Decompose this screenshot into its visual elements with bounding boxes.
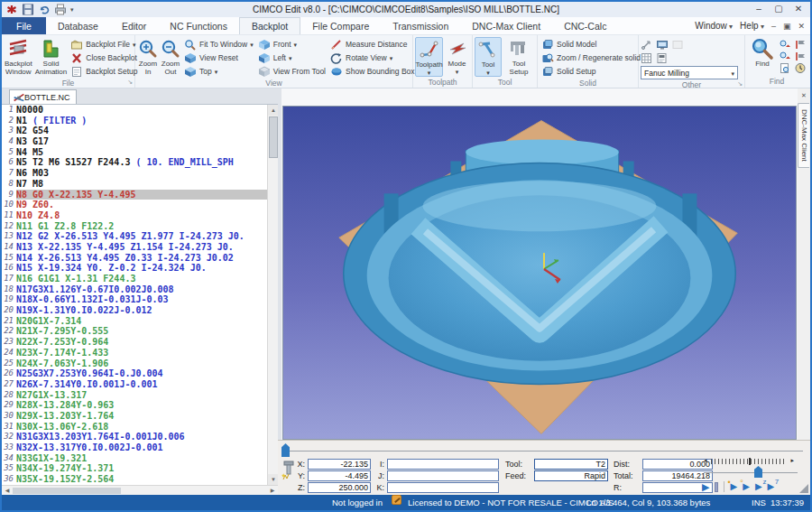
backplot-file-button[interactable]: Backplot File — [69, 38, 139, 51]
close-button[interactable] — [789, 2, 808, 16]
show-bounding-box-button[interactable]: Show Bounding Box — [328, 65, 422, 78]
progress-slider-track[interactable] — [283, 451, 803, 451]
find-previous-icon[interactable] — [779, 38, 791, 50]
pane-close-icon[interactable] — [798, 90, 809, 101]
tab-nc-functions[interactable]: NC Functions — [158, 17, 239, 34]
tab-file-compare[interactable]: File Compare — [300, 17, 381, 34]
zoom-slider-handle[interactable] — [754, 466, 762, 478]
tab-transmission[interactable]: Transmission — [381, 17, 460, 34]
find-next-icon[interactable] — [779, 50, 791, 61]
zoom-in-button[interactable]: Zoom In — [137, 37, 159, 77]
view-top-button[interactable]: Top — [182, 65, 255, 78]
code-line[interactable]: 24N23X-7.174Y-1.433 — [2, 348, 267, 358]
code-line[interactable]: 33N32X-13.317Y0.I0.002J-0.001 — [2, 442, 267, 453]
play-fast-forward-button[interactable] — [768, 481, 775, 492]
rotate-view-button[interactable]: Rotate View — [328, 51, 422, 64]
editor-horizontal-scrollbar[interactable] — [2, 485, 278, 495]
code-line[interactable]: 5N4 M5 — [2, 147, 267, 158]
code-line[interactable]: 27N26X-7.314Y0.I0.001J-0.001 — [2, 379, 267, 390]
login-status[interactable]: Not logged in — [332, 495, 383, 510]
horizontal-scroll-thumb[interactable] — [13, 488, 121, 494]
k-value-field[interactable] — [387, 482, 499, 493]
find-in-files-icon[interactable] — [779, 61, 791, 73]
tab-editor[interactable]: Editor — [110, 17, 158, 34]
code-line[interactable]: 25N24X-7.063Y-1.906 — [2, 358, 267, 369]
code-editor[interactable]: 1N00002N1 ( FILTER )3N2 G544N3 G175N4 M5… — [2, 105, 267, 485]
view-front-dropdown-icon[interactable] — [294, 40, 298, 49]
code-line[interactable]: 14N13 X-22.135 Y-4.495 Z1.154 I-24.273 J… — [2, 242, 267, 253]
solid-model-button[interactable]: Solid Model — [540, 38, 642, 51]
view-top-dropdown-icon[interactable] — [215, 67, 218, 76]
machine-type-select[interactable]: Fanuc Milling — [641, 66, 738, 79]
code-line[interactable]: 20N19X-1.31Y0.I0.022J-0.012 — [2, 305, 267, 316]
tab-dnc-max-client[interactable]: DNC-Max Client — [460, 17, 552, 34]
code-line[interactable]: 23N22X-7.253Y-0.964 — [2, 337, 267, 348]
editor-vertical-scrollbar[interactable] — [267, 105, 278, 485]
code-line[interactable]: 7N6 M03 — [2, 168, 267, 179]
other-group-launcher-icon[interactable] — [737, 79, 743, 88]
zoom-regenerate-solid-button[interactable]: Zoom / Regenerate solid — [540, 51, 642, 64]
code-line[interactable]: 10N9 Z60. — [2, 200, 267, 210]
play-to-toolchange-button[interactable] — [730, 481, 737, 492]
code-line[interactable]: 4N3 G17 — [2, 136, 267, 147]
view-front-button[interactable]: Front — [256, 38, 328, 51]
window-menu[interactable]: Window — [695, 21, 733, 31]
code-line[interactable]: 36N35X-19.152Y-2.564 — [2, 474, 267, 485]
code-line[interactable]: 35N34X-19.274Y-1.371 — [2, 463, 267, 474]
z-value-field[interactable]: 250.000 — [308, 482, 371, 493]
x-value-field[interactable]: -22.135 — [308, 459, 371, 470]
help-menu[interactable]: Help — [740, 21, 764, 31]
tab-database[interactable]: Database — [46, 17, 110, 34]
code-line[interactable]: 8N7 M8 — [2, 179, 267, 190]
tool-dropdown-icon[interactable] — [486, 69, 490, 75]
fit-to-window-dropdown-icon[interactable] — [250, 40, 254, 49]
code-line[interactable]: 26N25G3X7.253Y0.964I-0.J0.004 — [2, 368, 267, 379]
j-value-field[interactable] — [387, 470, 499, 481]
backplot-window-button[interactable]: Backplot Window — [4, 37, 33, 77]
pause-button[interactable] — [715, 482, 718, 492]
doc-close-icon[interactable] — [798, 22, 805, 31]
code-line[interactable]: 17N16 G1G1 X-1.31 F244.3 — [2, 274, 267, 284]
measure-distance-button[interactable]: Measure Distance — [328, 38, 422, 51]
code-line[interactable]: 13N12 G2 X-26.513 Y4.495 Z1.977 I-24.273… — [2, 231, 267, 242]
code-line[interactable]: 6N5 T2 M6 S1527 F244.3 ( 10. END_MILL_SP… — [2, 157, 267, 168]
speed-slider[interactable] — [704, 458, 794, 465]
goto-next-icon[interactable] — [794, 50, 807, 61]
backplot-setup-button[interactable]: Backplot Setup — [69, 65, 139, 78]
screen-capture-icon[interactable] — [656, 38, 669, 50]
mode-button[interactable]: Mode — [444, 37, 470, 75]
backplot-3d-canvas[interactable] — [282, 106, 797, 440]
progress-slider-handle[interactable] — [281, 443, 290, 457]
view-from-tool-button[interactable]: View From Tool — [256, 65, 328, 78]
tab-file[interactable]: File — [2, 17, 46, 34]
measure-xy-icon[interactable] — [641, 38, 653, 50]
rotate-view-dropdown-icon[interactable] — [390, 53, 393, 62]
fit-to-window-button[interactable]: Fit To Window — [182, 38, 255, 51]
y-value-field[interactable]: -4.495 — [308, 470, 371, 481]
code-line[interactable]: 30N29X-13.203Y-1.764 — [2, 411, 267, 422]
grid-export-icon[interactable] — [641, 51, 653, 63]
code-line[interactable]: 19N18X-0.66Y1.132I-0.031J-0.03 — [2, 294, 267, 305]
view-left-button[interactable]: Left — [256, 51, 328, 64]
code-line[interactable]: 2N1 ( FILTER ) — [2, 116, 267, 126]
find-button[interactable]: Find — [747, 37, 778, 69]
code-line[interactable]: 15N14 X-26.513 Y4.495 Z0.33 I-24.273 J0.… — [2, 253, 267, 264]
code-line[interactable]: 3N2 G54 — [2, 126, 267, 136]
solid-animation-button[interactable]: Solid Animation — [34, 37, 69, 77]
code-line[interactable]: 11N10 Z4.8 — [2, 210, 267, 221]
dnc-max-client-side-tab[interactable]: DNC-Max Client — [798, 103, 809, 168]
play-to-operation-button[interactable] — [743, 481, 750, 492]
code-line[interactable]: 34N33G1X-19.321 — [2, 453, 267, 464]
toolpath-dropdown-icon[interactable] — [428, 69, 431, 75]
code-line[interactable]: 32N31G3X13.203Y1.764I-0.001J0.006 — [2, 432, 267, 442]
code-line[interactable]: 12N11 G1 Z2.8 F122.2 — [2, 221, 267, 232]
goto-time-icon[interactable] — [794, 61, 807, 73]
code-line[interactable]: 21N20G1X-7.314 — [2, 316, 267, 327]
code-line[interactable]: 31N30X-13.06Y-2.618 — [2, 422, 267, 433]
feed-value-field[interactable]: Rapid — [534, 470, 608, 481]
code-line[interactable]: 1N0000 — [2, 105, 267, 116]
code-line[interactable]: 28N27G1X-13.317 — [2, 390, 267, 401]
tool-button[interactable]: Tool — [475, 37, 502, 77]
code-line[interactable]: 29N28X-13.284Y-0.963 — [2, 400, 267, 411]
maximize-button[interactable] — [769, 2, 789, 16]
